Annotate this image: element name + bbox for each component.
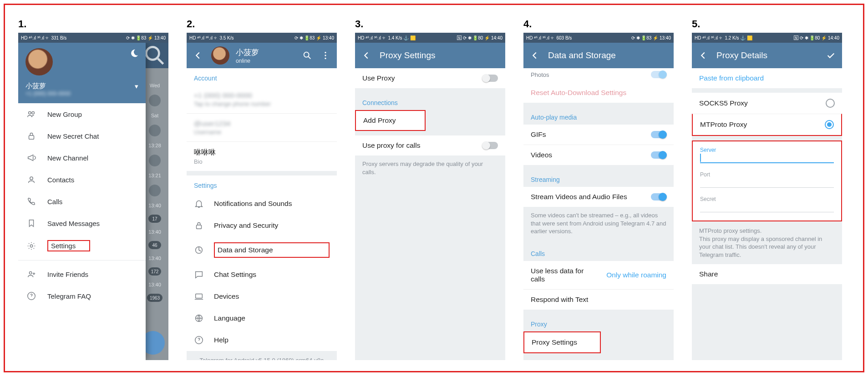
proxy-header: Proxy [523,314,674,331]
label: Invite Friends [47,271,88,278]
socks5-row[interactable]: SOCKS5 Proxy [692,93,842,114]
profile-name: 小菠萝 [236,47,259,58]
page-title: Proxy Details [716,50,817,60]
paste-clipboard-row[interactable]: Paste from clipboard [692,68,842,88]
chat-time: 13:40 [148,256,161,261]
toggle-off[interactable] [482,75,498,82]
back-icon[interactable] [361,50,371,60]
chat-time: 13:40 [148,282,161,287]
chat-avatar [149,155,161,166]
drawer-new-secret-chat[interactable]: New Secret Chat [18,125,146,147]
chat-icon [194,270,204,280]
footer-version: Telegram for Android v5.15.0 (1869) arm6… [187,351,337,360]
toggle-off[interactable] [482,142,498,149]
add-person-icon [26,269,36,279]
svg-line-10 [309,57,311,59]
privacy-row[interactable]: Privacy and Security [187,215,337,236]
label-highlighted: Data and Storage [214,242,330,258]
radio-off[interactable] [826,99,835,108]
use-proxy-calls-row[interactable]: Use proxy for calls [355,135,505,155]
back-icon[interactable] [193,50,203,60]
svg-point-6 [30,245,33,247]
svg-point-11 [325,52,326,53]
stream-row[interactable]: Stream Videos and Audio Files [523,187,674,207]
label: Stream Videos and Audio Files [531,193,641,201]
profile-name: 小菠萝 [25,82,46,90]
day-label: Wed [150,83,160,88]
label: Use proxy for calls [362,141,472,150]
toggle-on[interactable] [651,193,666,201]
navigation-drawer: 小菠萝 ▾ +1 (000) 000-0000 New Group New Se… [18,43,146,360]
bio-row[interactable]: 咻咻咻Bio [187,141,337,171]
username-row[interactable]: @user1234Username [187,113,337,141]
respond-text-row[interactable]: Respond with Text [523,289,674,310]
back-icon[interactable] [698,50,708,60]
radio-on[interactable] [825,120,834,129]
proxy-settings-row[interactable]: Proxy Settings [523,331,601,353]
label: Contacts [47,176,74,184]
drawer-contacts[interactable]: Contacts [18,169,146,191]
proxy-note: Proxy servers may degrade the quality of… [355,155,505,182]
drawer-new-channel[interactable]: New Channel [18,147,146,169]
toggle-on[interactable] [651,131,666,138]
svg-point-13 [325,58,326,59]
step-number-1: 1. [18,18,168,30]
drawer-calls[interactable]: Calls [18,191,146,212]
back-icon[interactable] [530,50,540,60]
avatar [25,48,53,75]
drawer-invite-friends[interactable]: Invite Friends [18,263,146,285]
step-number-5: 5. [692,18,842,30]
status-left: HD ⁴⁶.ıl ³⁶.ıl ᯤ 331 B/s [21,35,66,40]
label: Help [214,336,330,344]
more-icon[interactable] [320,50,330,60]
lock-icon [26,131,36,141]
drawer-new-group[interactable]: New Group [18,103,146,125]
share-row[interactable]: Share [692,264,842,284]
notifications-row[interactable]: Notifications and Sounds [187,193,337,215]
label: New Group [47,110,82,118]
night-mode-icon[interactable] [129,48,139,58]
label: Videos [531,151,641,159]
chat-settings-row[interactable]: Chat Settings [187,264,337,286]
phone-row[interactable]: +1 (000) 000-0000Tap to change phone num… [187,85,337,113]
add-proxy-row[interactable]: Add Proxy [355,110,426,131]
drawer-profile-header[interactable]: 小菠萝 ▾ +1 (000) 000-0000 [18,43,146,103]
drawer-saved-messages[interactable]: Saved Messages [18,212,146,234]
port-input[interactable]: Port [700,170,834,190]
bookmark-icon [26,218,36,228]
secret-input[interactable]: Secret [700,194,834,214]
chat-time: 13:40 [148,229,161,235]
step-number-2: 2. [187,18,337,30]
android-status-bar: HD ⁴⁶.ıl ³⁶.ıl ᯤ 1.2 K/s ⚓ 🟨 🄽 ⟳ ✱ 🔋80 ⚡… [692,33,842,43]
label: Devices [214,292,330,301]
phone-blurred: +1 (000) 000-0000 [194,91,330,100]
svg-point-5 [30,177,33,180]
note-title: MTProto proxy settings. [699,227,761,234]
data-storage-row[interactable]: Data and Storage [187,236,337,264]
help-row[interactable]: Help [187,329,337,351]
status-left: HD ⁴⁶.ıl ³⁶.ıl ᯤ 3.5 K/s [189,35,234,40]
data-icon [194,245,204,255]
videos-row[interactable]: Videos [523,145,674,165]
language-row[interactable]: Language [187,307,337,329]
settings-app-bar: 小菠萝 online [187,43,337,68]
label: SOCKS5 Proxy [699,99,816,107]
screenshot-4: 4. HD ⁴⁶.ıl ³⁶.ıl ᯤ 603 B/s ⟳ ✱ 🔋83 ⚡ 13… [523,18,674,360]
toggle-on[interactable] [651,71,666,78]
drawer-settings[interactable]: Settings [18,234,146,257]
expand-icon[interactable]: ▾ [135,82,138,90]
drawer-faq[interactable]: Telegram FAQ [18,285,146,307]
toggle-on[interactable] [651,151,666,159]
phone-hint-blurred: Tap to change phone number [194,100,330,107]
connections-header: Connections [355,93,505,110]
search-icon[interactable] [302,50,312,60]
server-input[interactable]: Server [700,145,834,165]
use-proxy-row[interactable]: Use Proxy [355,68,505,88]
reset-autodownload-row[interactable]: Reset Auto-Download Settings [523,83,674,103]
gifs-row[interactable]: GIFs [523,125,674,145]
mtproto-row[interactable]: MTProto Proxy [692,114,842,136]
check-icon[interactable] [826,50,836,60]
use-less-data-row[interactable]: Use less data for callsOnly while roamin… [523,261,674,289]
person-icon [26,175,36,185]
devices-row[interactable]: Devices [187,286,337,307]
